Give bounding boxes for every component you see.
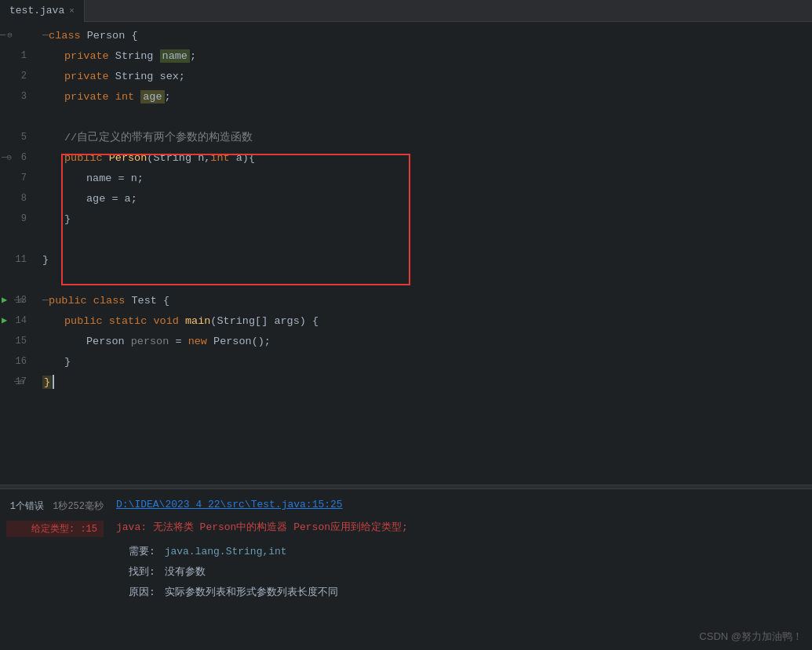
code-line-sex: private String sex; [39,66,812,86]
gutter-line-16: 15 [0,331,33,351]
console-found-row: 找到: 没有参数 [110,563,812,580]
error-badge: 给定类型: :15 [6,521,104,537]
console-file-link[interactable]: D:\IDEA\2023_4_22\src\Test.java:15:25 [110,497,812,512]
line-gutter: ─⊖ 1 2 3 5 ─⊖6 7 8 9 11 ▶ ─⊖13 ▶14 15 16… [0,22,39,485]
tab-bar: test.java × [0,0,812,22]
need-label: 需要: [129,546,155,557]
code-line-person-new: Person person = new Person(); [39,331,812,351]
found-value: 没有参数 [165,566,206,578]
console-row-2: 给定类型: :15 java: 无法将类 Person中的构造器 Person应… [0,517,812,541]
gutter-line-9: 8 [0,188,33,209]
gutter-line-6: 5 [0,127,33,147]
console-label-reason [0,583,110,588]
code-line-test-class: ─public class Test { [39,290,812,310]
gutter-line-8: 7 [0,168,33,188]
gutter-line-18: ─⊖17 [0,372,33,392]
bottom-panel: 1个错误 1秒252毫秒 D:\IDEA\2023_4_22\src\Test.… [0,489,812,650]
console-row-4: 找到: 没有参数 [0,561,812,582]
code-line-blank2 [39,229,812,249]
gutter-line-10: 9 [0,209,33,229]
code-line-comment: //自己定义的带有两个参数的构造函数 [39,127,812,147]
console-panel: 1个错误 1秒252毫秒 D:\IDEA\2023_4_22\src\Test.… [0,489,812,650]
reason-value: 实际参数列表和形式参数列表长度不同 [165,586,338,598]
tab-filename: test.java [9,5,64,16]
gutter-line-1: ─⊖ [0,25,33,45]
code-line-name-assign: name = n; [39,168,812,188]
console-row-5: 原因: 实际参数列表和形式参数列表长度不同 [0,582,812,602]
code-content: ─class Person { private String name; pri… [39,22,812,485]
code-line-constructor: public Person(String n,int a){ [39,147,812,168]
watermark: CSDN @努力加油鸭！ [699,630,803,644]
code-line-age: private int age; [39,86,812,107]
console-main-error: java: 无法将类 Person中的构造器 Person应用到给定类型; [110,518,812,536]
code-line-age-assign: age = a; [39,188,812,209]
file-link[interactable]: D:\IDEA\2023_4_22\src\Test.java:15:25 [116,499,343,510]
gutter-line-5 [0,107,33,127]
gutter-line-12: 11 [0,249,33,270]
gutter-line-2: 1 [0,45,33,66]
reason-label: 原因: [129,586,155,598]
gutter-line-13 [0,270,33,290]
error-count: 1个错误 1秒252毫秒 [0,497,110,515]
console-label-found [0,563,110,568]
gutter-line-7: ─⊖6 [0,147,33,168]
gutter-line-17: 16 [0,351,33,372]
code-line-blank1 [39,107,812,127]
console-reason-row: 原因: 实际参数列表和形式参数列表长度不同 [110,583,812,601]
code-line-class-open: ─class Person { [39,25,812,45]
console-row-3: 需要: java.lang.String,int [0,541,812,561]
code-editor: ─⊖ 1 2 3 5 ─⊖6 7 8 9 11 ▶ ─⊖13 ▶14 15 16… [0,22,812,485]
console-label-need [0,543,110,547]
code-line-close-constructor: } [39,209,812,229]
code-line-close-main: } [39,351,812,372]
gutter-line-4: 3 [0,86,33,107]
code-line-close-class1: } [39,249,812,270]
gutter-line-15: ▶14 [0,310,33,331]
code-line-main: public static void main(String[] args) { [39,310,812,331]
console-need-row: 需要: java.lang.String,int [110,543,812,560]
console-row-1: 1个错误 1秒252毫秒 D:\IDEA\2023_4_22\src\Test.… [0,496,812,517]
editor-tab[interactable]: test.java × [0,0,85,22]
gutter-line-11 [0,229,33,249]
found-label: 找到: [129,566,155,578]
gutter-line-14: ▶ ─⊖13 [0,290,33,310]
gutter-line-3: 2 [0,66,33,86]
code-line-close-test: } [39,372,812,392]
error-count-text: 1个错误 [10,501,44,512]
need-value: java.lang.String,int [165,546,287,557]
tab-close-button[interactable]: × [69,6,75,16]
console-left-badge: 给定类型: :15 [0,518,110,539]
time-text: 1秒252毫秒 [53,501,104,512]
code-line-blank3 [39,270,812,290]
code-line-name: private String name; [39,45,812,66]
